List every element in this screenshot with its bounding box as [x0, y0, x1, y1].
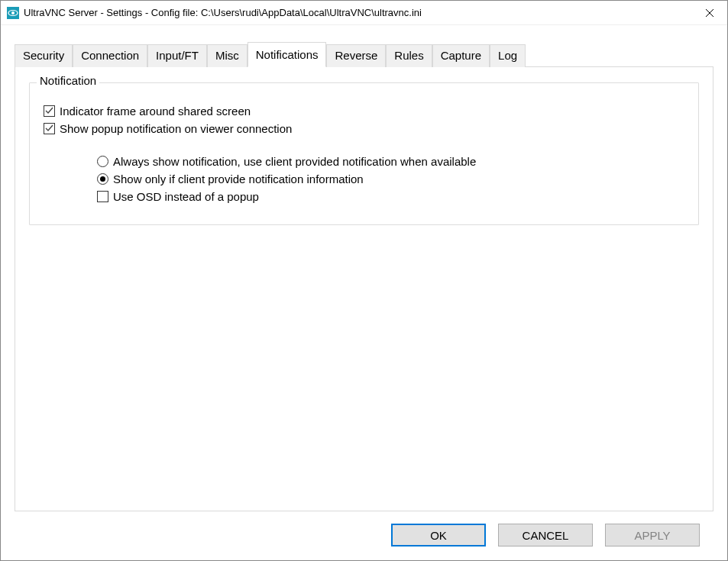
radio-always-label: Always show notification, use client pro…	[113, 155, 476, 168]
checkbox-indicator-frame[interactable]	[44, 105, 55, 117]
cancel-button[interactable]: CANCEL	[498, 524, 593, 546]
tab-strip: Security Connection Input/FT Misc Notifi…	[15, 42, 713, 66]
tab-log[interactable]: Log	[490, 44, 526, 67]
indicator-frame-row[interactable]: Indicator frame around shared screen	[44, 105, 684, 118]
checkbox-use-osd[interactable]	[97, 191, 108, 202]
tab-security[interactable]: Security	[15, 44, 73, 67]
window-title: UltraVNC Server - Settings - Config file…	[24, 7, 692, 18]
svg-point-2	[11, 11, 15, 15]
use-osd-row[interactable]: Use OSD instead of a popup	[97, 190, 684, 203]
titlebar: UltraVNC Server - Settings - Config file…	[1, 1, 727, 25]
footer-buttons: OK CANCEL APPLY	[15, 511, 713, 546]
tab-capture[interactable]: Capture	[432, 44, 490, 67]
tab-connection[interactable]: Connection	[73, 44, 147, 67]
tab-notifications[interactable]: Notifications	[248, 42, 327, 67]
checkbox-show-popup[interactable]	[44, 123, 55, 134]
radio-always[interactable]	[97, 156, 108, 167]
tab-panel-notifications: Notification Indicator frame around shar…	[15, 66, 713, 511]
tab-inputft[interactable]: Input/FT	[147, 44, 207, 67]
groupbox-title: Notification	[37, 74, 99, 87]
ok-button[interactable]: OK	[391, 524, 486, 546]
radio-always-row[interactable]: Always show notification, use client pro…	[97, 155, 684, 168]
radio-only-client[interactable]	[97, 173, 108, 185]
tab-misc[interactable]: Misc	[207, 44, 248, 67]
tab-rules[interactable]: Rules	[386, 44, 432, 67]
use-osd-label: Use OSD instead of a popup	[113, 190, 259, 203]
radio-only-client-label: Show only if client provide notification…	[113, 172, 364, 185]
radio-only-client-row[interactable]: Show only if client provide notification…	[97, 172, 684, 185]
apply-button[interactable]: APPLY	[605, 524, 700, 546]
content-area: Security Connection Input/FT Misc Notifi…	[1, 25, 727, 560]
show-popup-label: Show popup notification on viewer connec…	[60, 122, 292, 135]
notification-groupbox: Notification Indicator frame around shar…	[29, 82, 699, 225]
app-icon	[7, 7, 19, 19]
close-button[interactable]	[692, 1, 727, 25]
show-popup-row[interactable]: Show popup notification on viewer connec…	[44, 122, 684, 135]
tab-reverse[interactable]: Reverse	[326, 44, 386, 67]
indicator-frame-label: Indicator frame around shared screen	[60, 105, 251, 118]
